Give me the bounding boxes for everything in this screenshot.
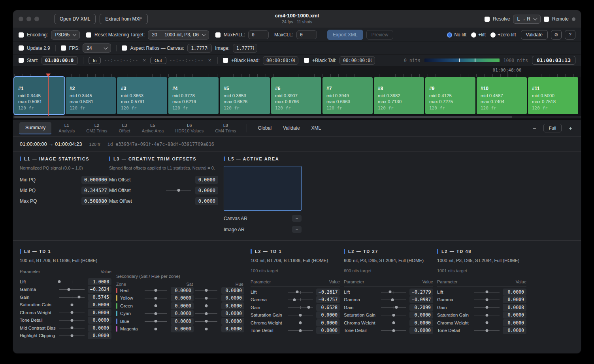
trim-value[interactable]: 0.0000 <box>316 327 340 334</box>
offset-value[interactable]: 0.0000 <box>195 197 218 205</box>
trim-slider[interactable] <box>195 311 217 316</box>
reset-mastering-checkbox[interactable] <box>86 32 91 38</box>
full-view-button[interactable]: Full <box>543 124 562 132</box>
preview-button[interactable]: Preview <box>366 30 394 40</box>
start-checkbox[interactable] <box>19 58 24 63</box>
shot-block[interactable]: #11mid 0.5000max 0.7518120 fr <box>528 77 578 114</box>
slider-thumb[interactable] <box>155 297 157 300</box>
zone-sat-value[interactable]: 0.0000 <box>171 318 194 325</box>
trim-value[interactable]: 0.5745 <box>88 294 111 301</box>
trim-slider[interactable] <box>145 326 167 332</box>
trim-slider[interactable] <box>59 333 85 338</box>
black-tail-input[interactable] <box>339 56 375 65</box>
slider-thumb[interactable] <box>296 290 298 293</box>
trim-value[interactable]: 0.0000 <box>503 319 526 326</box>
slider-thumb[interactable] <box>486 314 488 317</box>
encoding-select[interactable]: P3D65 <box>51 30 80 40</box>
window-close-button[interactable] <box>19 17 23 21</box>
settings-gear-button[interactable]: ⚙ <box>551 30 562 40</box>
slider-thumb[interactable] <box>155 328 157 330</box>
trim-slider[interactable] <box>288 297 313 302</box>
trim-value[interactable]: −0.2617 <box>316 289 340 296</box>
trim-slider[interactable] <box>381 289 406 295</box>
zone-sat-value[interactable]: 0.0000 <box>171 294 194 302</box>
tab-l3-offset[interactable]: L3Offset <box>114 121 134 135</box>
zone-sat-value[interactable]: 0.0000 <box>171 287 194 294</box>
slider-thumb[interactable] <box>299 329 302 332</box>
trim-slider[interactable] <box>474 312 500 318</box>
shot-block[interactable]: #4mid 0.3778max 0.6219120 fr <box>168 77 219 114</box>
slider-thumb[interactable] <box>71 319 74 322</box>
black-head-checkbox[interactable] <box>223 58 228 63</box>
trim-value[interactable]: 0.0009 <box>503 296 526 303</box>
zone-sat-value[interactable]: 0.0000 <box>171 302 194 309</box>
zone-hue-value[interactable]: 0.0000 <box>221 318 244 325</box>
trim-value[interactable]: −1.0000 <box>88 278 111 285</box>
radio-nolift[interactable] <box>447 32 452 38</box>
trim-value[interactable]: 0.0000 <box>503 327 526 334</box>
aspect-ratios-checkbox[interactable] <box>122 45 127 51</box>
shot-block[interactable]: #2mid 0.3445max 0.5081120 fr <box>66 77 116 114</box>
window-minimize-button[interactable] <box>26 17 31 21</box>
tab-l2-cm2-trims[interactable]: L2CM2 Trims <box>82 121 111 135</box>
trim-slider[interactable] <box>288 312 313 318</box>
trim-value[interactable]: −0.0987 <box>409 296 433 303</box>
trim-slider[interactable] <box>145 295 167 301</box>
clear-in-button[interactable]: × <box>141 57 147 63</box>
trim-slider[interactable] <box>145 311 167 316</box>
zone-hue-value[interactable]: 0.0000 <box>221 310 244 317</box>
slider-thumb[interactable] <box>307 306 310 309</box>
trim-slider[interactable] <box>381 312 406 318</box>
trim-slider[interactable] <box>145 303 167 309</box>
slider-thumb[interactable] <box>486 321 488 324</box>
slider-thumb[interactable] <box>205 312 208 315</box>
trim-slider[interactable] <box>381 297 406 302</box>
timeline-scrollbar[interactable] <box>13 116 581 118</box>
slider-thumb[interactable] <box>486 298 488 301</box>
trim-value[interactable]: 0.6528 <box>316 304 340 311</box>
start-timecode-input[interactable] <box>41 56 78 65</box>
encoding-checkbox[interactable] <box>19 32 24 38</box>
update-29-checkbox[interactable] <box>19 45 24 51</box>
maxcll-input[interactable] <box>296 30 317 39</box>
timeline-scrollbar-thumb[interactable] <box>14 116 512 118</box>
trim-slider[interactable] <box>59 279 85 285</box>
slider-thumb[interactable] <box>389 290 392 293</box>
trim-slider[interactable] <box>59 302 85 307</box>
zone-hue-value[interactable]: 0.0000 <box>221 325 244 332</box>
slider-thumb[interactable] <box>205 289 208 292</box>
out-button[interactable]: Out <box>150 57 166 64</box>
trim-slider[interactable] <box>474 305 500 310</box>
trim-slider[interactable] <box>288 328 313 333</box>
trim-value[interactable]: 0.0000 <box>316 319 340 326</box>
direction-select[interactable]: L → R <box>513 15 541 24</box>
trim-value[interactable]: 0.0000 <box>88 301 111 308</box>
tab-l1-analysis[interactable]: L1Analysis <box>54 121 79 135</box>
shot-block[interactable]: #7mid 0.3949max 0.6963120 fr <box>322 77 373 114</box>
window-zoom-button[interactable] <box>34 17 39 21</box>
tab-l5-active-area[interactable]: L5Active Area <box>138 121 168 135</box>
resolve-checkbox[interactable] <box>485 17 490 22</box>
slider-thumb[interactable] <box>293 298 296 301</box>
in-button[interactable]: In <box>89 57 101 64</box>
trim-value[interactable]: −0.2624 <box>88 286 111 293</box>
trim-slider[interactable] <box>195 295 217 301</box>
trim-value[interactable]: 0.0000 <box>88 317 111 324</box>
image-ar-input[interactable] <box>233 44 257 53</box>
zone-sat-value[interactable]: 0.0000 <box>171 325 194 332</box>
slider-thumb[interactable] <box>155 312 157 315</box>
black-head-input[interactable] <box>263 56 298 65</box>
zone-hue-value[interactable]: 0.0000 <box>221 302 244 309</box>
trim-value[interactable]: 0.0000 <box>88 332 111 339</box>
clear-out-button[interactable]: × <box>207 57 213 63</box>
trim-value[interactable]: 0.0008 <box>503 304 526 311</box>
help-button[interactable]: ? <box>565 30 575 40</box>
zone-hue-value[interactable]: 0.0000 <box>221 294 244 302</box>
slider-thumb[interactable] <box>71 311 74 314</box>
trim-slider[interactable] <box>381 320 406 326</box>
maxfall-input[interactable] <box>248 30 269 39</box>
trim-slider[interactable] <box>474 320 500 326</box>
radio-lift[interactable] <box>471 32 476 38</box>
maxfall-checkbox[interactable] <box>215 32 221 38</box>
trim-slider[interactable] <box>288 320 313 326</box>
